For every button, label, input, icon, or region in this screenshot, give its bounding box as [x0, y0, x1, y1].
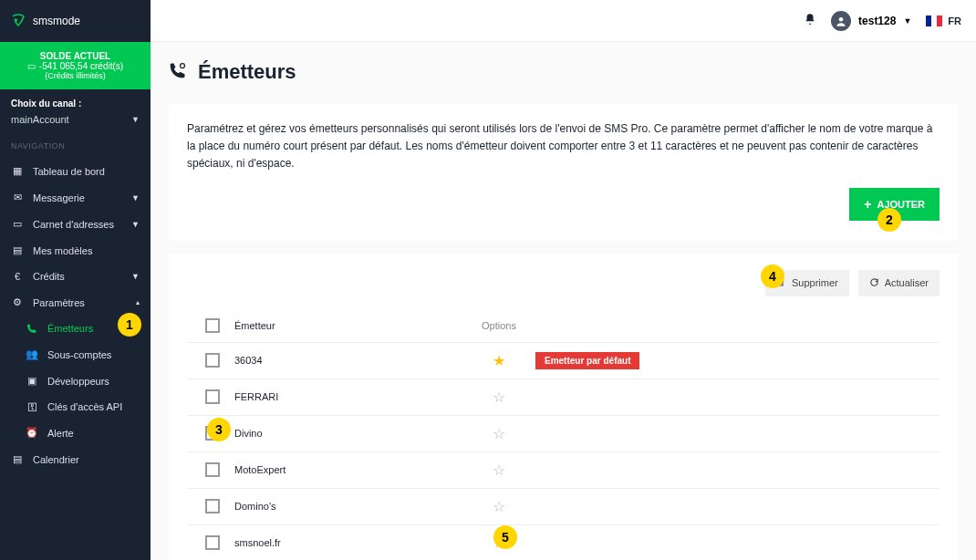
row-checkbox[interactable]	[205, 499, 220, 513]
col-options-header: Options	[462, 320, 535, 331]
dashboard-icon: ▦	[11, 165, 24, 177]
table-row: MotoExpert☆	[187, 452, 940, 489]
page-title: Émetteurs	[169, 60, 958, 84]
annotation-1: 1	[118, 313, 141, 337]
user-name: test128	[858, 15, 896, 27]
row-checkbox[interactable]	[205, 353, 220, 368]
brand-logo-icon	[11, 13, 26, 29]
plus-icon: +	[864, 197, 871, 212]
credits-icon: €	[11, 271, 24, 282]
row-sender-name: Domino's	[234, 501, 462, 512]
default-badge: Emetteur par défaut	[535, 352, 639, 369]
brand[interactable]: smsmode	[0, 0, 151, 42]
row-sender-name: MotoExpert	[234, 464, 462, 475]
nav-senders[interactable]: Émetteurs 1	[0, 316, 151, 341]
content: Émetteurs Paramétrez et gérez vos émette…	[151, 42, 976, 560]
channel-value: mainAccount	[11, 114, 69, 125]
table-row: Divino☆3	[187, 416, 940, 452]
row-sender-name: smsnoel.fr	[234, 537, 462, 548]
chevron-down-icon: ▼	[131, 193, 140, 202]
row-sender-name: Divino	[234, 428, 462, 439]
table-row: Domino's☆	[187, 489, 940, 525]
intro-text: Paramétrez et gérez vos émetteurs person…	[187, 120, 940, 173]
row-checkbox[interactable]	[205, 462, 220, 477]
language-selector[interactable]: FR	[926, 16, 961, 26]
sidebar: smsmode SOLDE ACTUEL ▭ -541 065,54 crédi…	[0, 0, 151, 560]
table-actions: 4 Supprimer Actualiser	[187, 270, 940, 296]
users-icon: 👥	[26, 348, 38, 360]
nav-developers[interactable]: ▣ Développeurs	[0, 368, 151, 394]
credit-icon: ▭	[27, 61, 36, 71]
table-row: FERRARI☆	[187, 379, 940, 416]
nav-messaging[interactable]: ✉ Messagerie ▼	[0, 184, 151, 211]
phone-icon	[26, 323, 38, 334]
nav-apikeys[interactable]: ⚿ Clés d'accès API	[0, 394, 151, 420]
nav-calendar[interactable]: ▤ Calendrier	[0, 446, 151, 472]
nav-subaccounts[interactable]: 👥 Sous-comptes	[0, 341, 151, 368]
row-checkbox[interactable]	[205, 389, 220, 404]
channel-label: Choix du canal :	[11, 99, 140, 109]
calendar-icon: ▤	[11, 453, 24, 465]
row-checkbox[interactable]	[205, 535, 220, 550]
balance-note: (Crédits illimités)	[11, 71, 140, 80]
bell-icon[interactable]	[804, 13, 816, 28]
phone-settings-icon	[169, 61, 187, 83]
alarm-icon: ⏰	[26, 427, 38, 439]
star-icon[interactable]: ☆	[493, 461, 505, 479]
chevron-down-icon: ▼	[131, 272, 140, 281]
nav-settings[interactable]: ⚙ Paramètres ▴	[0, 289, 151, 316]
annotation-3: 3	[207, 418, 231, 441]
dev-icon: ▣	[26, 375, 38, 387]
user-menu[interactable]: test128 ▼	[831, 11, 911, 31]
gear-icon: ⚙	[11, 296, 24, 308]
main: test128 ▼ FR Émetteurs Paramétrez et gér…	[151, 0, 976, 560]
col-sender-header: Émetteur	[234, 320, 462, 331]
avatar	[831, 11, 851, 31]
annotation-4: 4	[761, 264, 784, 288]
star-icon[interactable]: ☆	[493, 498, 505, 515]
nav-contacts[interactable]: ▭ Carnet d'adresses ▼	[0, 211, 151, 237]
chevron-up-icon: ▴	[136, 298, 140, 306]
star-icon[interactable]: ★	[493, 352, 505, 369]
star-icon[interactable]: ☆	[493, 389, 505, 406]
nav-dashboard[interactable]: ▦ Tableau de bord	[0, 158, 151, 184]
refresh-icon	[869, 277, 879, 289]
table-header: Émetteur Options	[187, 309, 940, 343]
row-sender-name: FERRARI	[234, 391, 462, 402]
flag-fr-icon	[926, 16, 942, 26]
nav-alert[interactable]: ⏰ Alerte	[0, 420, 151, 446]
balance-title: SOLDE ACTUEL	[11, 51, 140, 61]
row-sender-name: 36034	[234, 355, 462, 366]
annotation-5: 5	[493, 525, 517, 549]
svg-point-0	[15, 19, 16, 21]
templates-icon: ▤	[11, 244, 24, 256]
chevron-down-icon: ▼	[131, 115, 140, 124]
channel-select[interactable]: mainAccount ▼	[11, 114, 140, 125]
channel-selector: Choix du canal : mainAccount ▼	[0, 89, 151, 134]
table-card: 4 Supprimer Actualiser Émetteur Op	[169, 254, 958, 560]
table-row: smsnoel.fr☆5	[187, 525, 940, 560]
intro-card: Paramétrez et gérez vos émetteurs person…	[169, 104, 958, 241]
table-row: 36034★Emetteur par défaut	[187, 343, 940, 379]
chevron-down-icon: ▼	[903, 16, 911, 26]
contacts-icon: ▭	[11, 218, 24, 230]
svg-point-2	[839, 16, 844, 21]
balance-value: ▭ -541 065,54 crédit(s)	[11, 61, 140, 71]
chevron-down-icon: ▼	[131, 220, 140, 229]
key-icon: ⚿	[26, 401, 38, 412]
nav-templates[interactable]: ▤ Mes modèles	[0, 237, 151, 264]
balance-box: SOLDE ACTUEL ▭ -541 065,54 crédit(s) (Cr…	[0, 42, 151, 89]
nav-credits[interactable]: € Crédits ▼	[0, 264, 151, 289]
star-icon[interactable]: ☆	[493, 425, 505, 442]
table-body: 36034★Emetteur par défautFERRARI☆Divino☆…	[187, 343, 940, 560]
topbar: test128 ▼ FR	[151, 0, 976, 42]
refresh-button[interactable]: Actualiser	[858, 270, 940, 296]
nav-section-label: NAVIGATION	[0, 134, 151, 158]
svg-point-3	[181, 64, 185, 68]
message-icon: ✉	[11, 192, 24, 203]
annotation-2: 2	[877, 208, 901, 232]
select-all-checkbox[interactable]	[205, 318, 220, 333]
brand-name: smsmode	[33, 15, 80, 27]
